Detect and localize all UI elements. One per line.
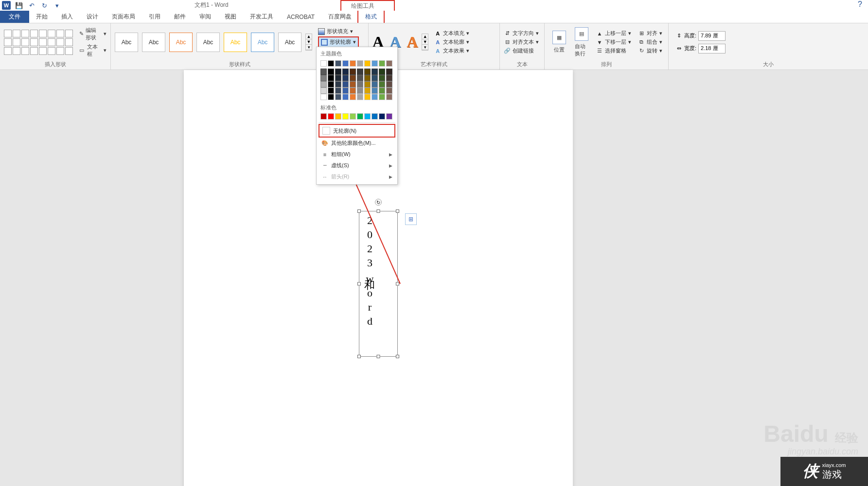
color-swatch[interactable] bbox=[350, 113, 356, 120]
color-swatch[interactable] bbox=[328, 81, 334, 87]
color-swatch[interactable] bbox=[342, 113, 349, 120]
style-gallery-scroll[interactable]: ▲▼▾ bbox=[305, 34, 312, 51]
color-swatch[interactable] bbox=[379, 81, 385, 87]
color-swatch[interactable] bbox=[357, 75, 363, 81]
tab-format[interactable]: 格式 bbox=[357, 11, 385, 23]
tab-mailings[interactable]: 邮件 bbox=[167, 11, 193, 23]
color-swatch[interactable] bbox=[379, 69, 385, 75]
tab-file[interactable]: 文件 bbox=[0, 11, 29, 23]
resize-handle-tr[interactable] bbox=[396, 209, 399, 213]
color-swatch[interactable] bbox=[379, 94, 385, 100]
color-swatch[interactable] bbox=[364, 87, 371, 94]
color-swatch[interactable] bbox=[350, 81, 356, 87]
color-swatch[interactable] bbox=[364, 69, 371, 75]
tab-layout[interactable]: 页面布局 bbox=[105, 11, 142, 23]
color-swatch[interactable] bbox=[342, 87, 349, 94]
textbox-button[interactable]: ▭文本框 ▾ bbox=[79, 43, 106, 58]
color-swatch[interactable] bbox=[364, 94, 371, 100]
group-button[interactable]: ⧉组合 ▾ bbox=[638, 38, 662, 46]
wrap-text-button[interactable]: ▤ 自动换行 bbox=[571, 27, 592, 57]
resize-handle-r[interactable] bbox=[396, 282, 399, 286]
color-swatch[interactable] bbox=[335, 81, 341, 87]
redo-button[interactable]: ↻ bbox=[40, 1, 49, 10]
resize-handle-b[interactable] bbox=[377, 355, 380, 358]
style-swatch-5[interactable]: Abc bbox=[224, 33, 247, 52]
color-swatch[interactable] bbox=[350, 87, 356, 94]
color-swatch[interactable] bbox=[372, 81, 378, 87]
dashes-item[interactable]: ┄ 虚线(S) ▶ bbox=[319, 160, 395, 171]
color-swatch[interactable] bbox=[372, 75, 378, 81]
position-button[interactable]: ▦ 位置 bbox=[549, 31, 570, 53]
qat-customize-button[interactable]: ▾ bbox=[53, 1, 61, 10]
color-swatch[interactable] bbox=[328, 87, 334, 94]
width-input[interactable] bbox=[698, 44, 726, 53]
color-swatch[interactable] bbox=[328, 60, 334, 67]
color-swatch[interactable] bbox=[357, 60, 363, 67]
color-swatch[interactable] bbox=[350, 69, 356, 75]
text-direction-button[interactable]: ⇵文字方向 ▾ bbox=[504, 30, 539, 37]
send-backward-button[interactable]: ▼下移一层 ▾ bbox=[596, 38, 631, 46]
color-swatch[interactable] bbox=[335, 87, 341, 94]
resize-handle-br[interactable] bbox=[396, 355, 399, 358]
color-swatch[interactable] bbox=[342, 69, 349, 75]
style-swatch-3[interactable]: Abc bbox=[169, 33, 193, 52]
edit-shape-button[interactable]: ✎编辑形状 ▾ bbox=[79, 27, 106, 41]
color-swatch[interactable] bbox=[335, 113, 341, 120]
color-swatch[interactable] bbox=[320, 60, 327, 67]
color-swatch[interactable] bbox=[342, 94, 349, 100]
style-swatch-2[interactable]: Abc bbox=[142, 33, 165, 52]
shapes-gallery[interactable] bbox=[4, 30, 73, 55]
color-swatch[interactable] bbox=[372, 94, 378, 100]
color-swatch[interactable] bbox=[328, 94, 334, 100]
no-outline-item[interactable]: 无轮廓(N) bbox=[319, 124, 395, 138]
color-swatch[interactable] bbox=[364, 75, 371, 81]
weight-item[interactable]: ≡ 粗细(W) ▶ bbox=[319, 149, 395, 160]
color-swatch[interactable] bbox=[364, 60, 371, 67]
text-effects-button[interactable]: A文本效果 ▾ bbox=[434, 47, 469, 54]
color-swatch[interactable] bbox=[357, 94, 363, 100]
tab-baidu[interactable]: 百度网盘 bbox=[321, 11, 358, 23]
shape-style-gallery[interactable]: Abc Abc Abc Abc Abc Abc Abc bbox=[115, 33, 301, 52]
textbox-object[interactable]: ↻ 2023和word bbox=[359, 211, 398, 357]
color-swatch[interactable] bbox=[320, 81, 327, 87]
height-input[interactable] bbox=[698, 31, 726, 41]
shape-fill-button[interactable]: 形状填充 ▾ bbox=[318, 28, 359, 35]
color-swatch[interactable] bbox=[335, 75, 341, 81]
color-swatch[interactable] bbox=[320, 75, 327, 81]
text-outline-button[interactable]: A文本轮廓 ▾ bbox=[434, 38, 469, 46]
color-swatch[interactable] bbox=[379, 60, 385, 67]
resize-handle-l[interactable] bbox=[357, 282, 361, 286]
resize-handle-bl[interactable] bbox=[357, 355, 361, 358]
tab-acrobat[interactable]: ACROBAT bbox=[280, 11, 321, 23]
color-swatch[interactable] bbox=[328, 69, 334, 75]
color-swatch[interactable] bbox=[386, 81, 392, 87]
color-swatch[interactable] bbox=[328, 75, 334, 81]
color-swatch[interactable] bbox=[350, 94, 356, 100]
tab-insert[interactable]: 插入 bbox=[54, 11, 80, 23]
color-swatch[interactable] bbox=[335, 60, 341, 67]
save-button[interactable]: 💾 bbox=[15, 1, 23, 10]
align-text-button[interactable]: ⊟对齐文本 ▾ bbox=[504, 38, 539, 46]
color-swatch[interactable] bbox=[357, 69, 363, 75]
color-swatch[interactable] bbox=[386, 94, 392, 100]
color-swatch[interactable] bbox=[379, 75, 385, 81]
color-swatch[interactable] bbox=[386, 87, 392, 94]
undo-button[interactable]: ↶ bbox=[27, 1, 36, 10]
color-swatch[interactable] bbox=[342, 60, 349, 67]
color-swatch[interactable] bbox=[320, 69, 327, 75]
style-swatch-1[interactable]: Abc bbox=[115, 33, 138, 52]
rotate-button[interactable]: ↻旋转 ▾ bbox=[638, 47, 662, 54]
color-swatch[interactable] bbox=[372, 69, 378, 75]
color-swatch[interactable] bbox=[372, 113, 378, 120]
color-swatch[interactable] bbox=[342, 75, 349, 81]
more-outline-colors-item[interactable]: 🎨 其他轮廓颜色(M)... bbox=[319, 138, 395, 149]
color-swatch[interactable] bbox=[357, 81, 363, 87]
color-swatch[interactable] bbox=[364, 81, 371, 87]
rotate-handle[interactable]: ↻ bbox=[375, 199, 382, 206]
color-swatch[interactable] bbox=[386, 60, 392, 67]
color-swatch[interactable] bbox=[364, 113, 371, 120]
color-swatch[interactable] bbox=[320, 113, 327, 120]
bring-forward-button[interactable]: ▲上移一层 ▾ bbox=[596, 30, 631, 37]
selection-pane-button[interactable]: ☰选择窗格 bbox=[596, 47, 631, 54]
color-swatch[interactable] bbox=[372, 87, 378, 94]
